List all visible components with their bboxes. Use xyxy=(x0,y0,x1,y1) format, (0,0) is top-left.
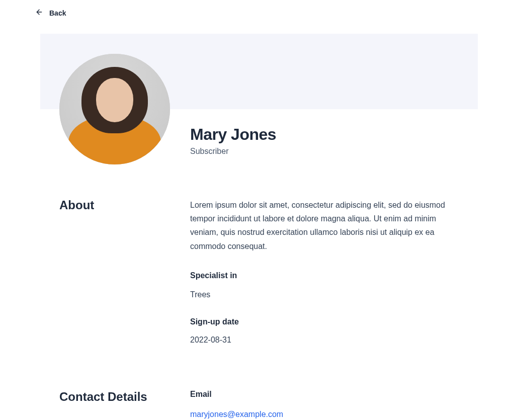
profile-name: Mary Jones xyxy=(190,125,478,144)
avatar xyxy=(59,54,170,164)
profile-role: Subscriber xyxy=(190,147,478,156)
specialist-label: Specialist in xyxy=(190,271,463,280)
contact-section: Contact Details Email maryjones@example.… xyxy=(40,390,478,419)
about-title: About xyxy=(59,198,190,345)
about-section: About Lorem ipsum dolor sit amet, consec… xyxy=(40,198,478,345)
about-description: Lorem ipsum dolor sit amet, consectetur … xyxy=(190,198,463,253)
header-banner xyxy=(40,34,478,109)
back-label: Back xyxy=(49,9,66,17)
contact-title: Contact Details xyxy=(59,390,190,419)
arrow-left-icon xyxy=(35,8,43,18)
specialist-value: Trees xyxy=(190,290,463,299)
email-label: Email xyxy=(190,390,463,399)
email-link[interactable]: maryjones@example.com xyxy=(190,410,283,419)
back-button[interactable]: Back xyxy=(0,0,513,26)
profile-container: Mary Jones Subscriber About Lorem ipsum … xyxy=(40,34,478,419)
signup-label: Sign-up date xyxy=(190,317,463,326)
about-body: Lorem ipsum dolor sit amet, consectetur … xyxy=(190,198,478,345)
signup-value: 2022-08-31 xyxy=(190,335,463,345)
contact-body: Email maryjones@example.com xyxy=(190,390,478,419)
